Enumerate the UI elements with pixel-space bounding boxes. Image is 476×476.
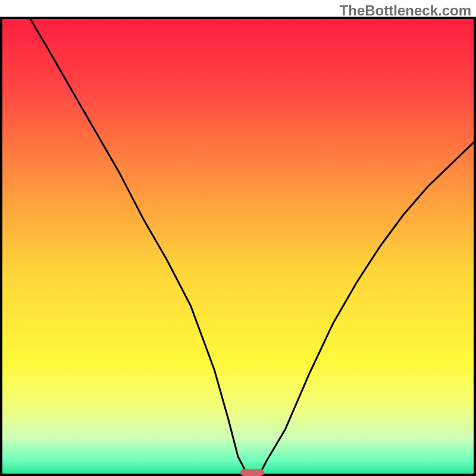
gradient-background: [1, 18, 475, 475]
optimal-marker: [240, 469, 264, 476]
watermark-text: TheBottleneck.com: [340, 2, 471, 19]
bottleneck-chart: [0, 0, 476, 476]
chart-container: TheBottleneck.com: [0, 0, 476, 476]
